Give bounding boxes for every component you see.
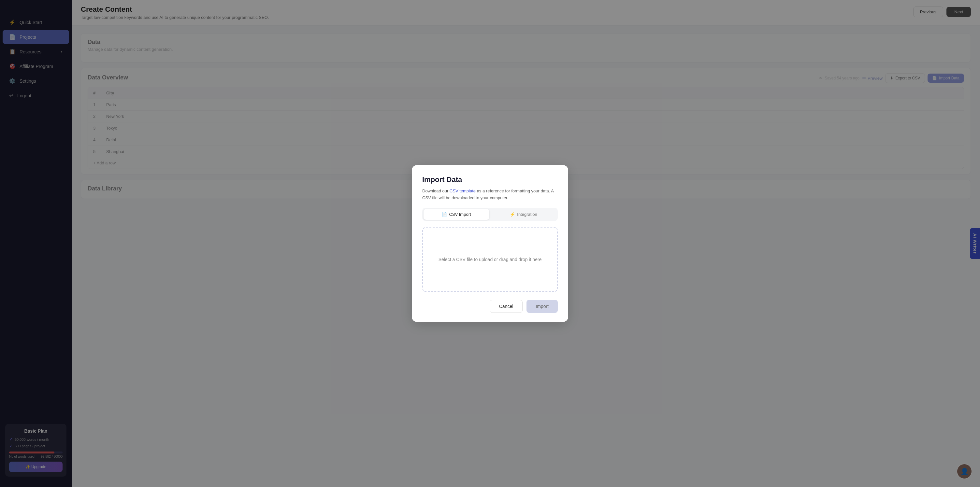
import-data-modal: Import Data Download our CSV template as…	[412, 165, 568, 322]
integration-icon: ⚡	[510, 212, 515, 217]
tab-integration[interactable]: ⚡ Integration	[491, 209, 557, 220]
drop-zone-label: Select a CSV file to upload or drag and …	[439, 257, 542, 262]
csv-file-icon: 📄	[442, 212, 447, 217]
modal-description: Download our CSV template as a reference…	[422, 188, 558, 201]
tab-csv-import[interactable]: 📄 CSV Import	[423, 209, 489, 220]
modal-overlay[interactable]: Import Data Download our CSV template as…	[0, 0, 980, 487]
cancel-button[interactable]: Cancel	[490, 300, 523, 313]
csv-template-link[interactable]: CSV template	[450, 189, 476, 194]
modal-tab-switch: 📄 CSV Import ⚡ Integration	[422, 208, 558, 221]
csv-drop-zone[interactable]: Select a CSV file to upload or drag and …	[422, 227, 558, 292]
modal-actions: Cancel Import	[422, 300, 558, 313]
modal-title: Import Data	[422, 176, 558, 184]
import-button[interactable]: Import	[527, 300, 558, 313]
